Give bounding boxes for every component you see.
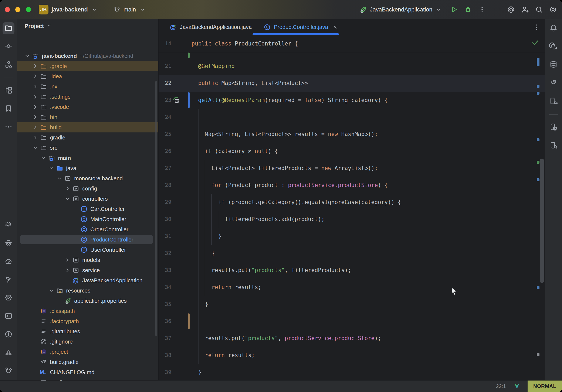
tool-button-hierarchy[interactable] xyxy=(2,85,14,97)
tree-item-models[interactable]: models xyxy=(17,255,158,265)
error-stripe-mark[interactable] xyxy=(537,92,539,95)
debug-icon[interactable] xyxy=(464,5,472,14)
chevron-down-icon[interactable] xyxy=(23,52,31,59)
tool-button-running-devices[interactable] xyxy=(548,121,560,133)
ai-assistant-icon[interactable] xyxy=(507,5,515,14)
line-number-26[interactable]: 26 xyxy=(159,143,171,160)
code-line-33[interactable]: results.put("products", filteredProducts… xyxy=(191,262,351,279)
project-view-selector[interactable]: Project xyxy=(17,19,158,33)
run-icon[interactable] xyxy=(450,5,458,14)
tree-item-.idea[interactable]: .idea xyxy=(17,71,158,82)
line-number-39[interactable]: 39 xyxy=(159,364,171,380)
tree-item-.nx[interactable]: .nx xyxy=(17,82,158,92)
line-number-23[interactable]: 23 xyxy=(159,92,171,109)
line-number-36[interactable]: 36 xyxy=(159,313,171,330)
chevron-right-icon[interactable] xyxy=(32,62,39,70)
project-badge[interactable]: JB xyxy=(39,5,48,14)
tool-button-services[interactable] xyxy=(2,292,14,304)
chevron-down-icon[interactable] xyxy=(48,287,55,294)
tool-button-incognito[interactable] xyxy=(2,237,14,249)
tool-button-version-control[interactable] xyxy=(2,365,14,377)
chevron-right-icon[interactable] xyxy=(32,124,39,131)
editor-scrollbar-thumb[interactable] xyxy=(540,159,544,283)
tree-item-.gitattributes[interactable]: .gitattributes xyxy=(17,326,158,336)
code-line-32[interactable]: } xyxy=(191,245,215,262)
tree-item-resources[interactable]: resources xyxy=(17,285,158,296)
error-stripe-mark[interactable] xyxy=(537,353,539,356)
editor-tab-JavaBackendApplication.java[interactable]: CJavaBackendApplication.java xyxy=(164,19,258,35)
error-stripe-mark[interactable] xyxy=(537,286,539,289)
line-number-37[interactable]: 37 xyxy=(159,330,171,347)
ideavim-icon[interactable] xyxy=(514,383,520,390)
tool-button-structure[interactable] xyxy=(2,59,14,71)
tree-item-gradlew[interactable]: gradlew xyxy=(17,377,158,380)
line-number-38[interactable]: 38 xyxy=(159,347,171,364)
tool-button-device-manager[interactable] xyxy=(548,95,560,107)
tool-button-commit[interactable] xyxy=(2,41,14,52)
code-line-31[interactable]: } xyxy=(191,228,222,245)
tree-item-ProductController[interactable]: CProductController xyxy=(17,235,158,245)
tree-item-.settings[interactable]: .settings xyxy=(17,92,158,102)
more-vertical-icon[interactable] xyxy=(533,23,541,31)
tree-item-application.properties[interactable]: application.properties xyxy=(17,296,158,306)
chevron-right-icon[interactable] xyxy=(32,134,39,141)
tree-item-JavaBackendApplication[interactable]: CJavaBackendApplication xyxy=(17,275,158,285)
vcs-brown-marker[interactable] xyxy=(188,313,190,329)
code-line-23[interactable]: getAll(@RequestParam(required = false) S… xyxy=(191,92,388,109)
tool-button-notifications[interactable] xyxy=(548,22,560,34)
tree-item-main[interactable]: main xyxy=(17,153,158,163)
line-number-27[interactable]: 27 xyxy=(159,160,171,177)
close-window-button[interactable] xyxy=(5,7,10,12)
line-number-33[interactable]: 33 xyxy=(159,262,171,279)
tree-item-MainController[interactable]: CMainController xyxy=(17,214,158,224)
tree-item-.gradle[interactable]: .gradle xyxy=(17,61,158,71)
chevron-right-icon[interactable] xyxy=(64,267,71,274)
tool-button-project[interactable] xyxy=(2,22,14,34)
code-line-22[interactable]: public Map<String, List<Product>> xyxy=(191,75,308,92)
chevron-right-icon[interactable] xyxy=(64,185,71,192)
tree-item-CHANGELOG.md[interactable]: M↓CHANGELOG.md xyxy=(17,367,158,377)
branch-name[interactable]: main xyxy=(124,6,136,13)
line-number-29[interactable]: 29 xyxy=(159,194,171,211)
vcs-blue-marker[interactable] xyxy=(188,92,190,108)
tree-item-.gitignore[interactable]: .gitignore xyxy=(17,336,158,347)
inspections-ok-icon[interactable] xyxy=(531,38,539,47)
close-icon[interactable] xyxy=(332,24,338,30)
settings-icon[interactable] xyxy=(549,5,557,14)
project-tree-scrollbar[interactable] xyxy=(155,81,157,336)
tree-item-src[interactable]: src xyxy=(17,143,158,153)
tree-item-gradle[interactable]: gradle xyxy=(17,132,158,143)
tree-item-controllers[interactable]: controllers xyxy=(17,194,158,204)
code-line-25[interactable]: Map<String, List<Product>> results = new… xyxy=(191,126,378,143)
chevron-right-icon[interactable] xyxy=(32,114,39,121)
tool-button-build[interactable] xyxy=(2,274,14,286)
tree-item-java[interactable]: java xyxy=(17,163,158,173)
code-viewport[interactable]: 21@GetMapping22public Map<String, List<P… xyxy=(159,52,545,380)
chevron-right-icon[interactable] xyxy=(32,93,39,100)
chevron-right-icon[interactable] xyxy=(32,73,39,80)
search-icon[interactable] xyxy=(535,5,543,14)
project-name[interactable]: java-backend xyxy=(51,6,88,13)
line-number-30[interactable]: 30 xyxy=(159,211,171,228)
code-line-38[interactable]: return results; xyxy=(191,347,255,364)
line-number-24[interactable]: 24 xyxy=(159,109,171,126)
run-configuration-selector[interactable]: JavaBackendApplication xyxy=(359,5,442,14)
line-number-32[interactable]: 32 xyxy=(159,245,171,262)
error-stripe-mark[interactable] xyxy=(537,85,539,88)
chevron-right-icon[interactable] xyxy=(64,256,71,264)
error-stripe-mark[interactable] xyxy=(537,178,539,181)
tool-button-more-tool-windows[interactable] xyxy=(2,121,14,133)
line-number-21[interactable]: 21 xyxy=(159,58,171,75)
more-vertical-icon[interactable] xyxy=(478,5,486,14)
error-stripe-mark[interactable] xyxy=(537,161,539,164)
code-line-28[interactable]: for (Product product : productService.pr… xyxy=(191,177,388,194)
tool-button-problems[interactable] xyxy=(2,329,14,341)
error-stripe-mark[interactable] xyxy=(537,58,539,66)
minimize-window-button[interactable] xyxy=(15,7,20,12)
sticky-line[interactable]: 14public class ProductController { xyxy=(159,35,545,52)
line-number-28[interactable]: 28 xyxy=(159,177,171,194)
code-line-37[interactable]: results.put("products", productService.p… xyxy=(191,330,381,347)
tree-item-.vscode[interactable]: .vscode xyxy=(17,102,158,112)
tree-item-build[interactable]: build xyxy=(17,122,158,132)
tree-item-bin[interactable]: bin xyxy=(17,112,158,122)
